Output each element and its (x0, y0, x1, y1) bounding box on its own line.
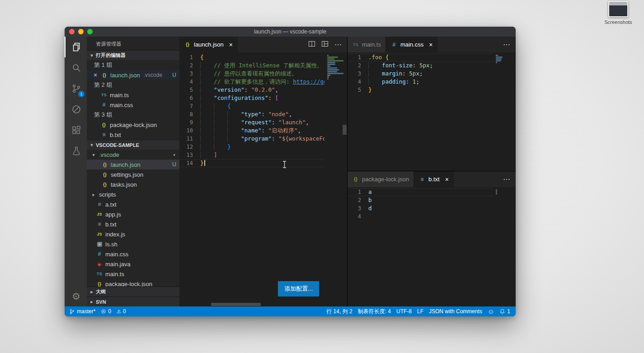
status-notifications[interactable]: 1 (497, 306, 513, 316)
code-line[interactable]: 5 "version": "0.2.0", (179, 86, 324, 94)
minimize-window-button[interactable] (78, 29, 84, 34)
code-line[interactable]: 2 // 使用 IntelliSense 了解相关属性。 (179, 61, 324, 70)
code-line[interactable]: 14} (179, 159, 324, 167)
tab-label: b.txt (428, 176, 440, 183)
code-line[interactable]: 2b (348, 196, 493, 204)
line-text: b (368, 196, 372, 204)
tab-main.ts[interactable]: TSmain.ts (348, 37, 386, 52)
file-item[interactable]: JSapp.js (87, 209, 179, 219)
activity-source-control[interactable]: 1 (65, 78, 87, 99)
code-line[interactable]: 4 (348, 212, 493, 221)
code-line[interactable]: 12 } (179, 143, 324, 151)
editor-b-txt[interactable]: 1a2b3d4 (348, 187, 516, 306)
code-line[interactable]: 1{ (179, 53, 324, 61)
status-git-branch[interactable]: master* (66, 306, 98, 316)
activity-debug[interactable] (65, 99, 87, 120)
open-editor-item[interactable]: ×{}launch.json.vscodeU (87, 70, 179, 80)
editor-launch-json[interactable]: 添加配置... 1{2 // 使用 IntelliSense 了解相关属性。3 … (179, 52, 347, 306)
tab-b.txt[interactable]: ≡b.txt× (414, 171, 454, 187)
status-encoding[interactable]: UTF-8 (394, 306, 414, 316)
explorer-section-header[interactable]: ▾ VSCODE-SAMPLE (87, 140, 179, 150)
code-line[interactable]: 4 // 欲了解更多信息，请访问: https://go.microsoft.c… (179, 78, 324, 86)
tab-main.css[interactable]: #main.css× (386, 37, 437, 52)
open-editors-header[interactable]: ▾ 打开的编辑器 (87, 50, 179, 60)
folder-item[interactable]: ▾.vscode● (87, 150, 179, 160)
file-item[interactable]: {}launch.jsonU (87, 160, 179, 169)
file-item[interactable]: ≡a.txt (87, 199, 179, 209)
open-editor-item[interactable]: #main.css (87, 100, 179, 110)
sidebar-bottom-sections: ▸大纲▸SVN (87, 287, 179, 306)
code-line[interactable]: 11 "program": "${workspaceFolder}/app.js… (179, 135, 324, 143)
add-configuration-button[interactable]: 添加配置... (278, 281, 319, 297)
code-line[interactable]: 3 margin: 5px; (348, 70, 493, 78)
file-label: index.js (105, 231, 125, 238)
editor-main-css[interactable]: 1.foo {2 font-size: 5px;3 margin: 5px;4 … (348, 52, 516, 171)
line-number: 1 (179, 53, 200, 61)
file-item[interactable]: main.java (87, 259, 179, 269)
folder-item[interactable]: ▸scripts (87, 189, 179, 199)
code-line[interactable]: 4 padding: 1; (348, 78, 493, 86)
file-item[interactable]: {}package-lock.json (87, 279, 179, 287)
section-header-大纲[interactable]: ▸大纲 (87, 287, 179, 297)
chevron-down-icon: ▾ (90, 152, 97, 157)
code-line[interactable]: 10 "name": "启动程序", (179, 127, 324, 135)
code-line[interactable]: 6 "configurations": [ (179, 94, 324, 102)
open-editor-item[interactable]: {}package-lock.json (87, 120, 179, 130)
code-line[interactable]: 1a (348, 188, 493, 196)
code-line[interactable]: 9 "request": "launch", (179, 118, 324, 127)
traffic-lights (69, 29, 93, 34)
status-errors[interactable]: 0 (98, 306, 114, 316)
titlebar[interactable]: launch.json — vscode-sample (65, 27, 516, 37)
code-line[interactable]: 2 font-size: 5px; (348, 61, 493, 70)
file-item[interactable]: #main.css (87, 249, 179, 259)
tab-launch.json[interactable]: {}launch.json× (179, 37, 238, 52)
code-line[interactable]: 3d (348, 204, 493, 212)
status-eol[interactable]: LF (414, 306, 426, 316)
vertical-scrollbar[interactable] (343, 125, 347, 135)
more-actions-icon[interactable]: ⋯ (334, 41, 342, 49)
code-line[interactable]: 13 ] (179, 151, 324, 159)
code-line[interactable]: 1.foo { (348, 53, 493, 61)
status-language-mode[interactable]: JSON with Comments (426, 306, 485, 316)
more-actions-icon[interactable]: ⋯ (503, 41, 510, 49)
line-number: 2 (348, 61, 368, 70)
more-actions-icon[interactable]: ⋯ (503, 175, 510, 184)
code-line[interactable]: 8 "type": "node", (179, 110, 324, 118)
close-tab-icon[interactable]: × (229, 41, 233, 48)
file-item[interactable]: {}tasks.json (87, 179, 179, 189)
close-window-button[interactable] (69, 29, 75, 34)
tab-package-lock.json[interactable]: {}package-lock.json (348, 171, 414, 187)
file-item[interactable]: JSindex.js (87, 229, 179, 239)
close-editor-icon[interactable]: × (92, 71, 99, 79)
status-warnings[interactable]: ⚠0 (114, 306, 129, 316)
status-feedback[interactable]: ☺ (485, 306, 497, 316)
status-indentation[interactable]: 制表符长度: 4 (355, 306, 394, 316)
activity-explorer[interactable] (65, 37, 87, 57)
close-tab-icon[interactable]: × (429, 41, 432, 48)
split-editor-icon[interactable] (308, 40, 315, 49)
activity-extensions[interactable] (65, 120, 87, 141)
file-item[interactable]: TSmain.ts (87, 269, 179, 279)
close-tab-icon[interactable]: × (445, 176, 449, 183)
open-editor-item[interactable]: ≡b.txt (87, 130, 179, 140)
activity-settings[interactable]: ⚙ (65, 286, 87, 306)
activity-test[interactable] (65, 141, 87, 161)
minimap[interactable] (327, 55, 343, 80)
open-editor-item[interactable]: TSmain.ts (87, 90, 179, 100)
code-line[interactable]: 7 { (179, 102, 324, 110)
minimap[interactable] (496, 55, 512, 63)
activity-search[interactable] (65, 57, 87, 78)
file-item[interactable]: {}settings.json (87, 169, 179, 179)
screenshots-desktop-icon[interactable]: Screenshots (605, 1, 632, 25)
vscode-window: launch.json — vscode-sample 1⚙ 资源管理器 ▾ 打… (65, 27, 516, 316)
code-line[interactable]: 5} (348, 86, 493, 94)
minimap[interactable] (496, 189, 512, 196)
file-item[interactable]: ≡b.txt (87, 219, 179, 229)
horizontal-scrollbar[interactable] (211, 303, 261, 306)
file-item[interactable]: >ls.sh (87, 239, 179, 249)
status-cursor-position[interactable]: 行 14, 列 2 (324, 306, 355, 316)
section-header-SVN[interactable]: ▸SVN (87, 297, 179, 306)
code-line[interactable]: 3 // 悬停以查看现有属性的描述。 (179, 70, 324, 78)
editor-layout-icon[interactable] (321, 40, 329, 49)
zoom-window-button[interactable] (87, 29, 93, 34)
